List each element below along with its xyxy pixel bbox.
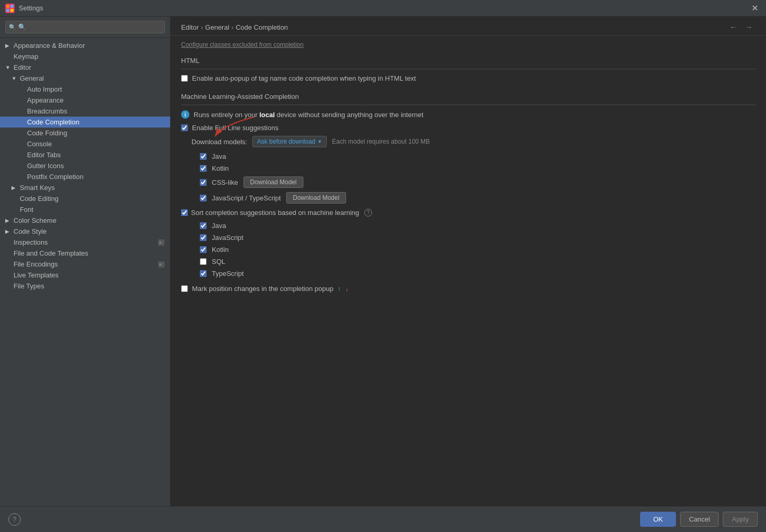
info-icon: i	[181, 110, 189, 119]
sidebar-label-font: Font	[20, 206, 33, 213]
title-bar: Settings ✕	[0, 0, 766, 17]
configure-link[interactable]: Configure classes excluded from completi…	[181, 41, 756, 48]
svg-rect-1	[6, 5, 9, 8]
sidebar: 🔍 ▶Appearance & BehaviorKeymap▼Editor▼Ge…	[0, 17, 171, 506]
html-popup-checkbox[interactable]	[181, 75, 188, 82]
sidebar-item-code-folding[interactable]: Code Folding	[0, 128, 170, 138]
sidebar-item-file-types[interactable]: File Types	[0, 281, 170, 292]
sidebar-item-appearance[interactable]: Appearance	[0, 95, 170, 106]
html-popup-label: Enable auto-popup of tag name code compl…	[192, 74, 416, 82]
nav-back-button[interactable]: ←	[726, 22, 740, 32]
sidebar-item-color-scheme[interactable]: ▶Color Scheme	[0, 215, 170, 226]
download-models-label: Download models:	[191, 138, 247, 146]
sidebar-item-gutter-icons[interactable]: Gutter Icons	[0, 160, 170, 171]
sidebar-label-appearance-behavior: Appearance & Behavior	[14, 42, 85, 49]
nav-forward-button[interactable]: →	[742, 22, 756, 32]
sidebar-label-smart-keys: Smart Keys	[20, 184, 55, 192]
sort-java-checkbox[interactable]	[200, 222, 207, 229]
sidebar-item-editor[interactable]: ▼Editor	[0, 62, 170, 73]
lang-row-jsts: JavaScript / TypeScript Download Model	[181, 192, 756, 204]
search-input[interactable]	[5, 21, 165, 33]
mark-position-checkbox[interactable]	[181, 285, 188, 292]
sort-lang-javascript: JavaScript	[181, 234, 756, 242]
sidebar-item-file-encodings[interactable]: File Encodings≡	[0, 259, 170, 270]
sort-javascript-label: JavaScript	[212, 234, 244, 242]
breadcrumb-sep1: ›	[201, 23, 203, 31]
sidebar-label-color-scheme: Color Scheme	[14, 217, 56, 224]
sidebar-item-font[interactable]: Font	[0, 204, 170, 215]
svg-text:≡: ≡	[159, 262, 162, 267]
info-text: Runs entirely on your local device witho…	[194, 111, 424, 119]
mark-position-row: Mark position changes in the completion …	[181, 285, 756, 293]
bottom-bar: ? OK Cancel Apply	[0, 506, 766, 532]
download-dropdown-label: Ask before download	[257, 138, 315, 145]
sidebar-tree: ▶Appearance & BehaviorKeymap▼Editor▼Gene…	[0, 38, 170, 506]
ok-button[interactable]: OK	[640, 512, 676, 527]
sidebar-label-file-encodings: File Encodings	[14, 260, 58, 268]
jsts-download-model-button[interactable]: Download Model	[286, 192, 346, 204]
sidebar-item-auto-import[interactable]: Auto Import	[0, 84, 170, 95]
sidebar-item-postfix-completion[interactable]: Postfix Completion	[0, 171, 170, 182]
sidebar-item-live-templates[interactable]: Live Templates	[0, 270, 170, 281]
html-divider	[181, 69, 756, 69]
sidebar-arrow-code-style: ▶	[5, 229, 11, 234]
sidebar-item-file-code-templates[interactable]: File and Code Templates	[0, 248, 170, 259]
content-area-wrapper: Configure classes excluded from completi…	[171, 36, 766, 506]
sidebar-label-general: General	[20, 74, 44, 82]
sort-kotlin-label: Kotlin	[212, 246, 229, 254]
sidebar-badge-inspections: ≡	[158, 239, 165, 246]
arrow-down-icon: ↓	[345, 285, 349, 293]
close-button[interactable]: ✕	[748, 2, 761, 15]
sidebar-item-smart-keys[interactable]: ▶Smart Keys	[0, 182, 170, 193]
css-checkbox[interactable]	[200, 179, 207, 186]
sidebar-item-console[interactable]: Console	[0, 138, 170, 149]
sort-typescript-checkbox[interactable]	[200, 270, 207, 277]
sidebar-item-code-style[interactable]: ▶Code Style	[0, 226, 170, 237]
sort-kotlin-checkbox[interactable]	[200, 246, 207, 253]
sidebar-item-code-editing[interactable]: Code Editing	[0, 193, 170, 204]
sidebar-item-inspections[interactable]: Inspections≡	[0, 237, 170, 248]
sidebar-item-appearance-behavior[interactable]: ▶Appearance & Behavior	[0, 40, 170, 51]
breadcrumb-editor: Editor	[181, 23, 199, 31]
cancel-button[interactable]: Cancel	[680, 512, 719, 527]
java-checkbox[interactable]	[200, 153, 207, 160]
download-dropdown-button[interactable]: Ask before download ▼	[252, 136, 327, 147]
sidebar-item-keymap[interactable]: Keymap	[0, 51, 170, 62]
sort-javascript-checkbox[interactable]	[200, 234, 207, 241]
download-models-row: Download models: Ask before download ▼ E…	[181, 136, 756, 147]
html-section-header: HTML	[181, 57, 756, 65]
sidebar-label-console: Console	[27, 140, 52, 148]
info-row: i Runs entirely on your local device wit…	[181, 110, 756, 119]
sort-checkbox[interactable]	[181, 209, 188, 216]
sidebar-label-code-editing: Code Editing	[20, 195, 58, 202]
sidebar-label-gutter-icons: Gutter Icons	[27, 162, 64, 170]
sort-lang-typescript: TypeScript	[181, 270, 756, 277]
sidebar-item-general[interactable]: ▼General	[0, 73, 170, 84]
sort-sql-checkbox[interactable]	[200, 258, 207, 265]
kotlin-checkbox[interactable]	[200, 165, 207, 172]
help-button[interactable]: ?	[8, 513, 21, 526]
action-buttons: OK Cancel Apply	[640, 512, 758, 527]
lang-row-java: Java	[181, 153, 756, 160]
sidebar-label-appearance: Appearance	[27, 96, 63, 104]
sidebar-arrow-color-scheme: ▶	[5, 218, 11, 223]
sidebar-item-code-completion[interactable]: Code Completion	[0, 117, 170, 128]
sidebar-item-breadcrumbs[interactable]: Breadcrumbs	[0, 106, 170, 117]
svg-rect-3	[6, 9, 9, 12]
window-title: Settings	[19, 4, 43, 12]
sort-row: Sort completion suggestions based on mac…	[181, 209, 756, 217]
apply-button[interactable]: Apply	[723, 512, 758, 527]
sidebar-label-keymap: Keymap	[14, 53, 39, 60]
sort-help-icon[interactable]: ?	[364, 209, 372, 217]
info-text-bold: local	[259, 111, 275, 119]
css-download-model-button[interactable]: Download Model	[244, 176, 303, 188]
jsts-label: JavaScript / TypeScript	[212, 194, 281, 202]
app-icon	[5, 4, 15, 13]
sidebar-item-editor-tabs[interactable]: Editor Tabs	[0, 149, 170, 160]
content-header: Editor › General › Code Completion ← →	[171, 17, 766, 36]
jsts-checkbox[interactable]	[200, 195, 207, 201]
breadcrumb-general: General	[205, 23, 229, 31]
sort-java-label: Java	[212, 222, 226, 230]
full-line-checkbox[interactable]	[181, 124, 188, 131]
info-text-pre: Runs entirely on your	[194, 111, 259, 119]
